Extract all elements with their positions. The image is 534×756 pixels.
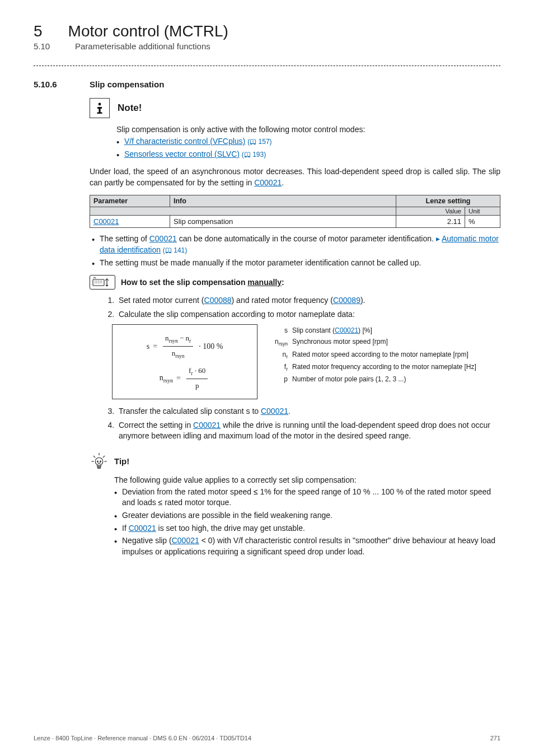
- step-item: Calculate the slip compensation accordin…: [116, 309, 500, 320]
- list-item: The setting must be made manually if the…: [92, 258, 500, 269]
- note-header: Note!: [90, 98, 500, 118]
- th-lenze: Lenze setting: [396, 195, 500, 207]
- link-c00021[interactable]: C00021: [149, 234, 177, 243]
- svg-point-0: [99, 103, 101, 106]
- th-parameter: Parameter: [90, 195, 170, 207]
- page-footer: Lenze · 8400 TopLine · Reference manual …: [34, 735, 500, 741]
- note-body: Slip compensation is only active with th…: [116, 125, 500, 160]
- page-ref: (🕮 141): [163, 246, 187, 254]
- section-header-row: 5.10.6 Slip compensation: [34, 80, 500, 89]
- step-item: Set rated motor current (C00088) and rat…: [116, 295, 500, 306]
- page-ref: (🕮 193): [242, 151, 266, 158]
- footer-left: Lenze · 8400 TopLine · Reference manual …: [34, 735, 251, 741]
- section-number: 5.10.6: [34, 80, 67, 89]
- link-c00021[interactable]: C00021: [193, 421, 221, 430]
- link-vfc[interactable]: V/f characteristic control (VFCplus): [124, 137, 245, 146]
- svg-line-9: [103, 456, 105, 458]
- svg-line-8: [93, 456, 95, 458]
- link-slvc[interactable]: Sensorless vector control (SLVC): [124, 150, 240, 158]
- cell-param: C00021: [90, 216, 170, 228]
- cell-unit: %: [465, 216, 500, 228]
- cell-info: Slip compensation: [170, 216, 396, 228]
- note-intro: Slip compensation is only active with th…: [116, 125, 500, 134]
- th-unit: Unit: [465, 207, 500, 216]
- body-paragraph: Under load, the speed of an asynchronous…: [90, 166, 500, 188]
- section-subtitle: Parameterisable additional functions: [75, 41, 210, 51]
- section-subheading: 5.10 Parameterisable additional function…: [34, 41, 500, 51]
- note-item: Sensorless vector control (SLVC) (🕮 193): [116, 149, 500, 160]
- lightbulb-icon: [90, 452, 109, 471]
- info-icon: [90, 98, 110, 118]
- link-c00088[interactable]: C00088: [204, 296, 232, 305]
- link-c00021[interactable]: C00021: [254, 178, 282, 187]
- steps-list: Set rated motor current (C00088) and rat…: [116, 295, 500, 320]
- page-ref: (🕮 157): [247, 138, 271, 146]
- tip-body: The following guide value applies to a c…: [114, 475, 500, 558]
- howto-header: How to set the slip compensation manuall…: [90, 275, 500, 290]
- divider: [34, 66, 500, 66]
- link-c00021[interactable]: C00021: [261, 407, 288, 416]
- parameter-table: Parameter Info Lenze setting Value Unit …: [90, 195, 500, 228]
- svg-point-12: [95, 458, 103, 465]
- link-c00089[interactable]: C00089: [333, 296, 360, 305]
- tip-label: Tip!: [114, 456, 129, 466]
- tip-item: Deviation from the rated motor speed ≤ 1…: [114, 487, 500, 508]
- post-table-list: The setting of C00021 can be done automa…: [92, 234, 500, 268]
- steps-list-continued: Transfer the calculated slip constant s …: [116, 406, 500, 442]
- formula-legend: sSlip constant (C00021) [%] nrsynSynchro…: [269, 324, 500, 385]
- svg-point-15: [97, 461, 99, 462]
- note-item: V/f characteristic control (VFCplus) (🕮 …: [116, 136, 500, 147]
- svg-rect-3: [97, 113, 102, 114]
- cell-value: 2.11: [396, 216, 465, 228]
- chapter-heading: 5 Motor control (MCTRL): [34, 22, 500, 40]
- chapter-title: Motor control (MCTRL): [68, 22, 228, 40]
- link-c00021[interactable]: C00021: [129, 524, 156, 533]
- svg-rect-2: [99, 107, 100, 113]
- step-item: Correct the setting in C00021 while the …: [116, 420, 500, 442]
- formula-box: s = nrsyn − nrnrsyn · 100 % nrsyn = fr ·…: [112, 324, 257, 399]
- howto-title: How to set the slip compensation manuall…: [121, 278, 284, 287]
- tip-item: Negative slip (C00021 < 0) with V/f char…: [114, 535, 500, 557]
- list-item: The setting of C00021 can be done automa…: [92, 234, 500, 255]
- tip-header: Tip!: [90, 452, 500, 471]
- procedure-icon: [90, 275, 115, 290]
- section-subnumber: 5.10: [34, 41, 49, 51]
- th-info: Info: [170, 195, 396, 207]
- link-c00021[interactable]: C00021: [335, 326, 358, 334]
- note-label: Note!: [118, 102, 142, 114]
- link-c00021[interactable]: C00021: [172, 536, 199, 545]
- tip-intro: The following guide value applies to a c…: [114, 475, 500, 484]
- svg-rect-14: [97, 467, 100, 468]
- formula-block: s = nrsyn − nrnrsyn · 100 % nrsyn = fr ·…: [112, 324, 500, 399]
- tip-item: If C00021 is set too high, the drive may…: [114, 523, 500, 534]
- chapter-number: 5: [34, 22, 43, 40]
- footer-page-number: 271: [490, 735, 500, 741]
- svg-rect-13: [97, 465, 101, 467]
- link-c00021-cell[interactable]: C00021: [93, 217, 119, 226]
- svg-point-16: [100, 461, 101, 462]
- step-item: Transfer the calculated slip constant s …: [116, 406, 500, 417]
- th-value: Value: [396, 207, 465, 216]
- tip-item: Greater deviations are possible in the f…: [114, 510, 500, 521]
- section-title: Slip compensation: [90, 80, 164, 89]
- note-list: V/f characteristic control (VFCplus) (🕮 …: [116, 136, 500, 160]
- tip-list: Deviation from the rated motor speed ≤ 1…: [114, 487, 500, 558]
